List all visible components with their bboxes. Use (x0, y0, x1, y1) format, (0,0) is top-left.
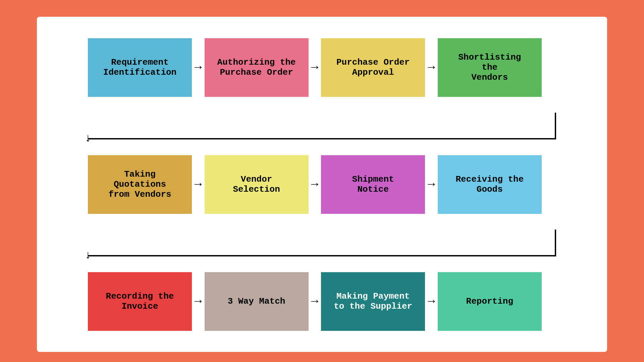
step-reporting: Reporting (438, 272, 542, 331)
main-container: RequirementIdentification → Authorizing … (37, 17, 607, 352)
row-2: TakingQuotationsfrom Vendors → VendorSel… (88, 155, 556, 214)
connector-row2-row3: ↓ (88, 230, 556, 256)
arrow-11-12: → (428, 295, 435, 308)
step-vendor-selection: VendorSelection (205, 155, 309, 214)
arrow-10-11: → (311, 295, 319, 308)
connector-arrow-2: ↓ (85, 250, 91, 261)
step-shortlisting-vendors: ShortlistingtheVendors (438, 38, 542, 97)
step-taking-quotations: TakingQuotationsfrom Vendors (88, 155, 192, 214)
arrow-5-6: → (195, 178, 202, 191)
page-title (0, 0, 644, 17)
arrow-6-7: → (311, 178, 319, 191)
step-requirement-identification: RequirementIdentification (88, 38, 192, 97)
step-shipment-notice: ShipmentNotice (321, 155, 425, 214)
step-receiving-goods: Receiving theGoods (438, 155, 542, 214)
step-3-way-match: 3 Way Match (205, 272, 309, 331)
arrow-1-2: → (195, 61, 202, 74)
step-purchase-order-approval: Purchase OrderApproval (321, 38, 425, 97)
arrow-2-3: → (311, 61, 319, 74)
step-recording-invoice: Recording theInvoice (88, 272, 192, 331)
connector-row1-row2: ↓ (88, 113, 556, 139)
step-making-payment: Making Paymentto the Supplier (321, 272, 425, 331)
step-authorizing-purchase-order: Authorizing thePurchase Order (205, 38, 309, 97)
connector-arrow-1: ↓ (85, 133, 91, 144)
arrow-9-10: → (195, 295, 202, 308)
row-3: Recording theInvoice → 3 Way Match → Mak… (88, 272, 556, 331)
row-1: RequirementIdentification → Authorizing … (88, 38, 556, 97)
arrow-3-4: → (428, 61, 435, 74)
arrow-7-8: → (428, 178, 435, 191)
